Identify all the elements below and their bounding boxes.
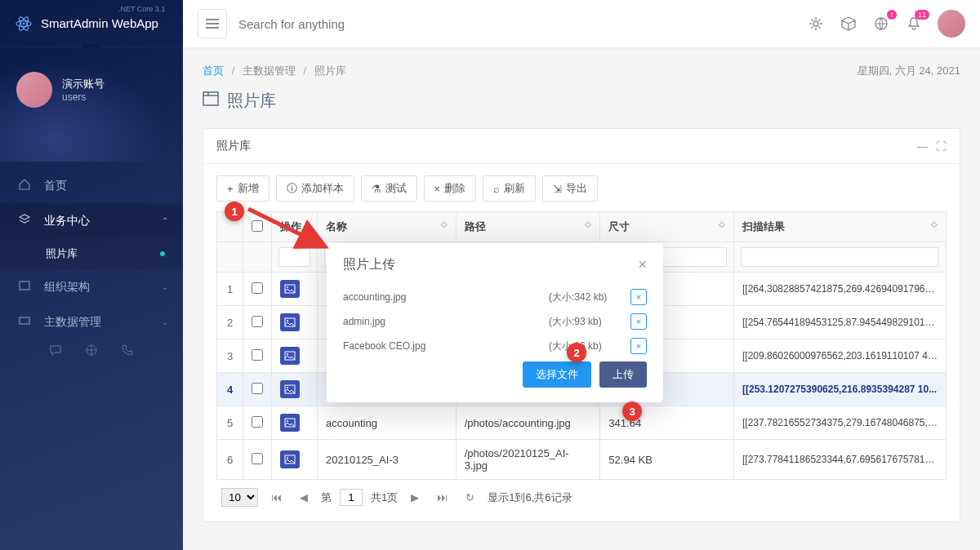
panel-title: 照片库 xyxy=(216,139,251,153)
file-row: admin.jpg(大小:93 kb)× xyxy=(343,309,647,334)
avatar-icon[interactable] xyxy=(938,10,965,38)
remove-file-icon[interactable]: × xyxy=(630,313,647,330)
upload-button[interactable]: 上传 xyxy=(599,361,647,388)
phone-icon[interactable] xyxy=(121,344,134,359)
user-role: users xyxy=(62,91,105,103)
sort-icon: ◇ xyxy=(719,220,725,228)
pager-total: 共1页 xyxy=(371,490,398,505)
cell-size: 52.94 KB xyxy=(600,440,734,480)
choose-file-button[interactable]: 选择文件 xyxy=(523,361,591,388)
breadcrumb-leaf: 照片库 xyxy=(314,64,346,77)
page-title: 照片库 xyxy=(203,90,960,112)
delete-button[interactable]: ×删除 xyxy=(424,175,477,202)
image-icon[interactable] xyxy=(280,347,300,365)
filter-scan[interactable] xyxy=(741,247,939,267)
row-checkbox[interactable] xyxy=(252,316,263,327)
remove-file-icon[interactable]: × xyxy=(630,338,647,354)
col-name[interactable]: 名称◇ xyxy=(318,212,457,242)
svg-point-7 xyxy=(813,21,818,26)
image-icon[interactable] xyxy=(280,280,300,298)
sidebar-item-org[interactable]: 组织架构 ⌄ xyxy=(0,269,183,304)
file-name: admin.jpg xyxy=(343,316,549,327)
panel-fullscreen-icon[interactable]: ⛶ xyxy=(936,140,947,153)
cell-scan: [[237.78216552734375,279.16748046875,-..… xyxy=(733,406,946,440)
svg-point-19 xyxy=(287,420,288,422)
sort-icon: ◇ xyxy=(441,220,448,228)
file-size: (大小:93 kb) xyxy=(549,315,630,329)
image-icon[interactable] xyxy=(280,380,300,398)
search-input[interactable] xyxy=(238,17,483,31)
col-path[interactable]: 路径◇ xyxy=(456,212,600,242)
brand-superscript: .NET Core 3.1 xyxy=(118,5,165,13)
row-checkbox[interactable] xyxy=(252,383,263,394)
cell-op xyxy=(272,373,318,406)
image-icon[interactable] xyxy=(280,450,300,468)
sidebar-footer xyxy=(0,332,183,370)
table-row[interactable]: 5accounting/photos/accounting.jpg341.64[… xyxy=(217,406,947,440)
sidebar-item-business[interactable]: 业务中心 ⌃ xyxy=(0,203,183,238)
pager-page-input[interactable] xyxy=(340,489,363,506)
chat-icon[interactable] xyxy=(49,344,62,359)
globe-icon[interactable] xyxy=(85,344,98,359)
brand-logo-icon xyxy=(15,15,33,33)
pager-next-icon[interactable]: ▶ xyxy=(406,490,424,505)
image-icon[interactable] xyxy=(280,414,300,432)
pager-last-icon[interactable]: ⏭ xyxy=(432,490,452,505)
row-checkbox[interactable] xyxy=(252,282,263,294)
globe-alert-icon[interactable]: ! xyxy=(872,15,890,33)
sidebar-item-home[interactable]: 首页 xyxy=(0,168,183,203)
row-checkbox[interactable] xyxy=(252,349,263,361)
menu-toggle-button[interactable] xyxy=(198,9,227,38)
col-scan[interactable]: 扫描结果◇ xyxy=(733,212,946,242)
refresh-button[interactable]: ⌕刷新 xyxy=(483,175,536,202)
svg-rect-5 xyxy=(20,317,29,324)
sidebar-nav: 首页 业务中心 ⌃ 照片库 组织架构 ⌄ 主数据管理 ⌄ xyxy=(0,162,183,339)
panel-controls: — ⛶ xyxy=(917,140,947,153)
close-icon[interactable]: × xyxy=(638,256,647,273)
search-box xyxy=(238,17,807,31)
cell-checkbox xyxy=(243,306,272,339)
bell-icon[interactable]: 11 xyxy=(905,15,923,33)
panel-minimize-icon[interactable]: — xyxy=(917,140,928,153)
cell-op xyxy=(272,339,318,373)
remove-file-icon[interactable]: × xyxy=(630,289,647,305)
cell-rownum: 3 xyxy=(217,339,243,373)
cube-icon[interactable] xyxy=(840,15,858,33)
avatar-icon xyxy=(16,72,52,108)
page-size-select[interactable]: 10 xyxy=(221,488,258,507)
svg-rect-4 xyxy=(20,282,29,290)
add-button[interactable]: +新增 xyxy=(216,175,270,202)
breadcrumb-sep: / xyxy=(232,64,235,77)
file-row: accounting.jpg(大小:342 kb)× xyxy=(343,285,647,309)
cell-rownum: 4 xyxy=(217,373,243,406)
sidebar-user-info[interactable]: 演示账号 users xyxy=(16,72,105,108)
page-title-text: 照片库 xyxy=(227,90,276,112)
modal-body: accounting.jpg(大小:342 kb)×admin.jpg(大小:9… xyxy=(327,282,663,355)
layers-icon xyxy=(18,213,33,228)
pager-first-icon[interactable]: ⏮ xyxy=(266,490,287,505)
btn-label: 测试 xyxy=(385,181,407,196)
breadcrumb-home[interactable]: 首页 xyxy=(203,64,224,77)
pager-prev-icon[interactable]: ◀ xyxy=(295,490,313,505)
brand: SmartAdmin WebApp .NET Core 3.1 xyxy=(0,0,183,47)
col-size[interactable]: 尺寸◇ xyxy=(600,212,734,242)
breadcrumb-sep: / xyxy=(304,64,307,77)
cell-op xyxy=(272,440,318,480)
test-button[interactable]: ⚗测试 xyxy=(361,175,417,202)
cell-path: /photos/accounting.jpg xyxy=(456,406,600,440)
image-icon[interactable] xyxy=(280,313,300,331)
pager-refresh-icon[interactable]: ↻ xyxy=(461,490,479,505)
settings-icon[interactable] xyxy=(807,15,825,33)
add-sample-button[interactable]: ⓘ添加样本 xyxy=(276,175,354,202)
cell-rownum: 1 xyxy=(217,273,243,306)
row-checkbox[interactable] xyxy=(252,416,263,428)
org-icon xyxy=(18,279,33,295)
cell-op xyxy=(272,406,318,440)
table-row[interactable]: 620210125_AI-3/photos/20210125_AI-3.jpg5… xyxy=(217,440,947,480)
cell-name: accounting xyxy=(318,406,457,440)
export-button[interactable]: ⇲导出 xyxy=(542,175,598,202)
sidebar-subitem-photos[interactable]: 照片库 xyxy=(0,238,183,269)
col-label: 扫描结果 xyxy=(742,220,785,233)
row-checkbox[interactable] xyxy=(252,453,263,464)
cell-scan: [[209.86026000976562,203.1619110107 42..… xyxy=(733,339,946,373)
